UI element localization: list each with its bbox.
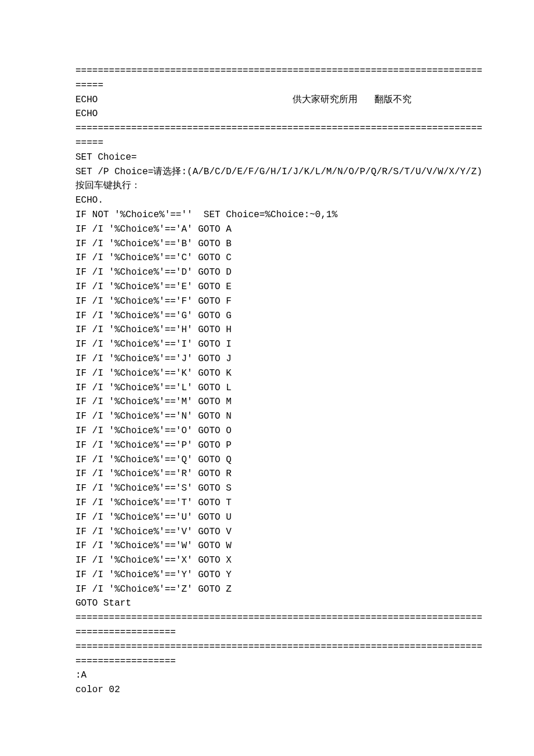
- code-line: IF /I '%Choice%'=='B' GOTO B: [75, 237, 488, 251]
- code-line: IF /I '%Choice%'=='A' GOTO A: [75, 222, 488, 237]
- code-line: IF /I '%Choice%'=='J' GOTO J: [75, 352, 488, 366]
- code-line: IF /I '%Choice%'=='Z' GOTO Z: [75, 582, 488, 597]
- code-line: IF /I '%Choice%'=='D' GOTO D: [75, 265, 488, 280]
- code-line: ========================================…: [75, 640, 488, 669]
- code-line: IF /I '%Choice%'=='E' GOTO E: [75, 280, 488, 294]
- code-line: IF /I '%Choice%'=='P' GOTO P: [75, 438, 488, 453]
- code-line: IF /I '%Choice%'=='T' GOTO T: [75, 496, 488, 510]
- code-line: ECHO.: [75, 193, 488, 208]
- code-line: SET /P Choice=请选择:(A/B/C/D/E/F/G/H/I/J/K…: [75, 165, 488, 194]
- code-line: IF NOT '%Choice%'=='' SET Choice=%Choice…: [75, 208, 488, 222]
- code-line: IF /I '%Choice%'=='M' GOTO M: [75, 395, 488, 409]
- code-line: IF /I '%Choice%'=='X' GOTO X: [75, 553, 488, 568]
- code-line: ========================================…: [75, 121, 488, 150]
- code-line: IF /I '%Choice%'=='R' GOTO R: [75, 467, 488, 481]
- code-line: ECHO: [75, 107, 488, 121]
- code-line: ========================================…: [75, 611, 488, 640]
- code-line: IF /I '%Choice%'=='Q' GOTO Q: [75, 453, 488, 467]
- code-listing: ========================================…: [75, 64, 488, 697]
- document-page: ========================================…: [0, 0, 534, 732]
- code-line: IF /I '%Choice%'=='C' GOTO C: [75, 251, 488, 265]
- code-line: IF /I '%Choice%'=='W' GOTO W: [75, 539, 488, 553]
- code-line: IF /I '%Choice%'=='N' GOTO N: [75, 409, 488, 424]
- code-line: IF /I '%Choice%'=='I' GOTO I: [75, 337, 488, 352]
- code-line: IF /I '%Choice%'=='K' GOTO K: [75, 366, 488, 381]
- code-line: ========================================…: [75, 64, 488, 93]
- code-line: IF /I '%Choice%'=='L' GOTO L: [75, 381, 488, 395]
- code-line: IF /I '%Choice%'=='O' GOTO O: [75, 424, 488, 438]
- code-line: color 02: [75, 683, 488, 697]
- code-line: IF /I '%Choice%'=='V' GOTO V: [75, 525, 488, 539]
- code-line: IF /I '%Choice%'=='G' GOTO G: [75, 309, 488, 323]
- code-line: IF /I '%Choice%'=='Y' GOTO Y: [75, 568, 488, 582]
- code-line: :A: [75, 668, 488, 683]
- code-line: IF /I '%Choice%'=='S' GOTO S: [75, 481, 488, 496]
- code-line: SET Choice=: [75, 150, 488, 165]
- code-line: GOTO Start: [75, 596, 488, 611]
- code-line: IF /I '%Choice%'=='H' GOTO H: [75, 323, 488, 337]
- code-line: IF /I '%Choice%'=='F' GOTO F: [75, 294, 488, 309]
- code-line: IF /I '%Choice%'=='U' GOTO U: [75, 510, 488, 525]
- code-line: ECHO 供大家研究所用 翻版不究: [75, 93, 488, 107]
